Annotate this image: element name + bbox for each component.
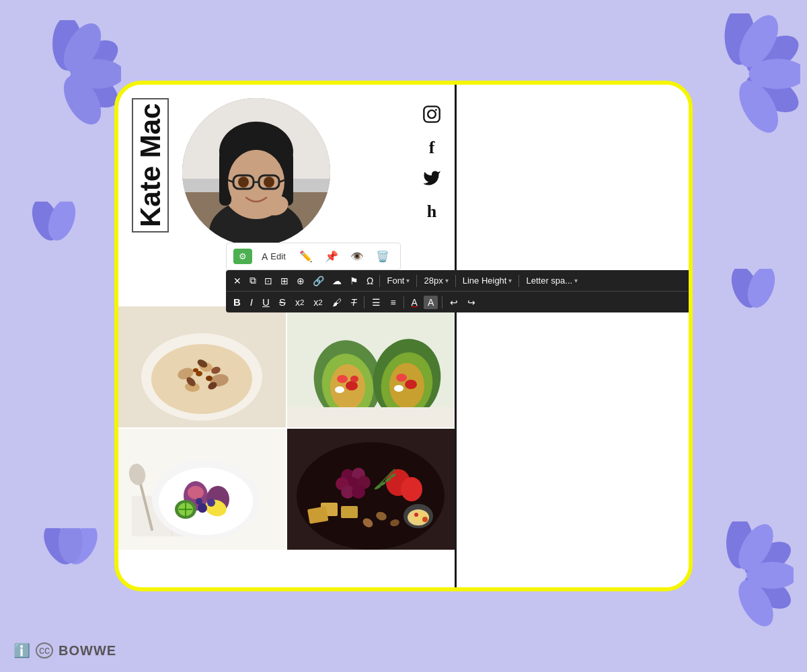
svg-point-14 (739, 567, 794, 616)
pin-icon: 📌 (325, 250, 338, 263)
brand-name: BOWWE (59, 643, 116, 659)
svg-point-98 (297, 442, 445, 550)
svg-rect-78 (287, 407, 455, 427)
brush-button[interactable]: ✏️ (295, 247, 317, 265)
redo-button[interactable]: ↪ (464, 295, 479, 310)
flag-btn[interactable]: ⚑ (346, 274, 362, 288)
food-image-1 (118, 306, 286, 427)
separator-6 (404, 296, 404, 308)
food-grid (118, 306, 455, 550)
svg-point-19 (43, 202, 81, 244)
svg-point-13 (739, 535, 794, 584)
undo-button[interactable]: ↩ (447, 295, 461, 310)
svg-point-5 (56, 69, 108, 128)
svg-point-70 (335, 386, 344, 393)
profile-photo (182, 98, 330, 246)
paste-btn[interactable]: ⊡ (261, 274, 276, 288)
svg-point-20 (726, 269, 764, 311)
svg-point-49 (435, 109, 437, 111)
svg-point-6 (725, 13, 755, 65)
close-btn[interactable]: ✕ (230, 274, 245, 288)
omega-btn[interactable]: Ω (363, 274, 377, 288)
copy-btn[interactable]: ⧉ (246, 273, 260, 288)
food-image-3 (118, 429, 286, 550)
profile-name: Kate Mac (132, 98, 169, 233)
svg-point-76 (405, 380, 417, 389)
delete-button[interactable]: 🗑️ (372, 247, 393, 265)
brush-icon: ✏️ (299, 250, 313, 263)
facebook-icon[interactable]: f (429, 139, 435, 157)
edit-button[interactable]: A Edit (256, 249, 291, 265)
format-row-1: ✕ ⧉ ⊡ ⊞ ⊕ 🔗 ☁ ⚑ Ω Font ▾ 28px ▾ (226, 270, 693, 292)
letter-spacing-dropdown[interactable]: Letter spa... ▾ (522, 274, 582, 287)
superscript-button[interactable]: x2 (310, 295, 325, 310)
svg-point-22 (38, 528, 80, 569)
svg-point-1 (63, 32, 121, 85)
svg-point-122 (414, 513, 418, 517)
instagram-icon[interactable] (422, 105, 441, 127)
strikethrough-button[interactable]: S (276, 294, 289, 310)
format-row-2: B I U S x2 x2 🖌 T ☰ ≡ A A ↩ ↪ (226, 292, 693, 312)
svg-point-48 (428, 110, 436, 118)
social-icons-column: f h (422, 98, 441, 220)
svg-point-69 (346, 381, 358, 390)
svg-point-75 (396, 374, 407, 382)
svg-point-62 (206, 376, 213, 381)
delete-icon: 🗑️ (376, 250, 389, 263)
right-panel (457, 85, 693, 587)
separator-3 (455, 275, 456, 287)
paint-button[interactable]: 🖌 (329, 295, 345, 310)
svg-point-96 (196, 498, 202, 505)
svg-point-0 (52, 20, 82, 71)
hyperlink-icon[interactable]: h (427, 203, 436, 220)
svg-point-105 (352, 485, 365, 499)
svg-point-10 (749, 59, 801, 89)
separator-2 (416, 275, 417, 287)
svg-point-4 (71, 59, 121, 89)
pin-button[interactable]: 📌 (321, 247, 342, 265)
svg-point-24 (59, 528, 83, 563)
svg-point-12 (726, 521, 753, 569)
separator-5 (364, 296, 364, 308)
food-image-2 (287, 306, 455, 427)
svg-point-45 (264, 177, 274, 187)
svg-point-123 (422, 517, 428, 522)
font-color-button[interactable]: A (408, 295, 421, 310)
format-toolbar: ✕ ⧉ ⊡ ⊞ ⊕ 🔗 ☁ ⚑ Ω Font ▾ 28px ▾ (226, 270, 693, 312)
bg-color-button[interactable]: A (424, 296, 438, 309)
svg-point-107 (401, 477, 422, 501)
settings-icon: ⚙ (239, 251, 247, 261)
separator-4 (518, 275, 519, 287)
svg-point-71 (350, 376, 358, 382)
italic-button[interactable]: I (247, 294, 256, 310)
vertical-divider (455, 85, 457, 587)
svg-point-23 (61, 528, 104, 569)
bold-button[interactable]: B (230, 294, 244, 310)
paste-special-btn[interactable]: ⊞ (277, 274, 292, 288)
svg-point-68 (337, 375, 348, 383)
svg-rect-109 (341, 506, 358, 518)
align-left-button[interactable]: ☰ (369, 295, 384, 310)
svg-point-11 (731, 74, 786, 134)
svg-point-2 (63, 62, 121, 115)
svg-point-7 (740, 28, 800, 83)
line-height-dropdown[interactable]: Line Height ▾ (459, 274, 516, 287)
font-dropdown[interactable]: Font ▾ (383, 274, 414, 287)
cloud-btn[interactable]: ☁ (329, 274, 345, 288)
settings-button[interactable]: ⚙ (233, 249, 252, 264)
align-center-button[interactable]: ≡ (387, 295, 399, 310)
svg-point-15 (732, 521, 781, 576)
underline-button[interactable]: U (259, 294, 273, 310)
twitter-icon[interactable] (422, 169, 441, 191)
add-btn[interactable]: ⊕ (293, 274, 308, 288)
clear-format-button[interactable]: T (348, 295, 360, 310)
link-btn[interactable]: 🔗 (309, 274, 328, 288)
size-dropdown[interactable]: 28px ▾ (420, 274, 452, 287)
food-image-4 (287, 429, 455, 550)
svg-point-21 (742, 269, 780, 311)
svg-point-87 (188, 486, 204, 499)
subscript-button[interactable]: x2 (292, 295, 307, 310)
svg-point-95 (207, 499, 215, 507)
svg-point-18 (27, 202, 65, 244)
hide-button[interactable]: 👁️ (346, 247, 368, 265)
